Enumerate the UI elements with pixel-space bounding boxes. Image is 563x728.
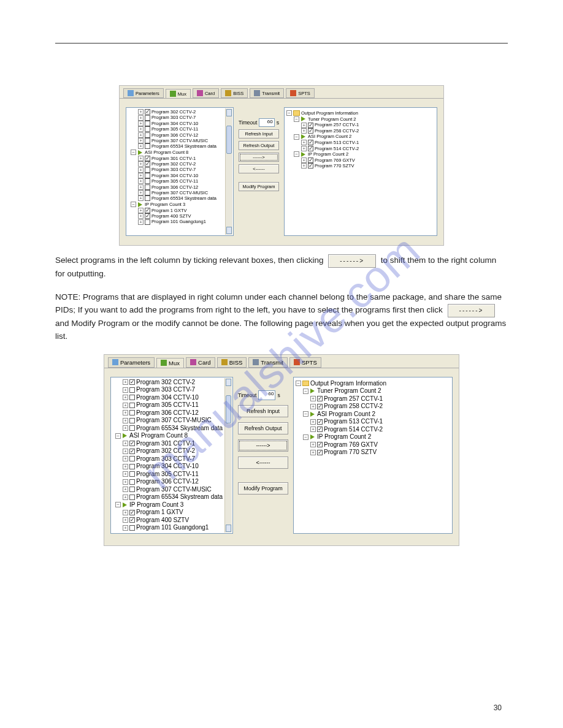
tree-node[interactable]: +Program 258 CCTV-2 xyxy=(296,403,450,411)
checkbox[interactable] xyxy=(129,418,135,423)
tree-node[interactable]: +Program 1 GXTV xyxy=(127,208,232,213)
expand-toggle-icon[interactable]: + xyxy=(138,184,144,190)
checkbox[interactable] xyxy=(145,190,150,195)
expand-toggle-icon[interactable]: + xyxy=(123,495,128,500)
tree-node[interactable]: +Program 306 CCTV-12 xyxy=(112,409,232,417)
tree-node[interactable]: +Program 303 CCTV-7 xyxy=(127,115,232,120)
checkbox[interactable] xyxy=(145,178,150,184)
checkbox[interactable] xyxy=(129,456,135,461)
checkbox[interactable] xyxy=(145,167,150,173)
move-right-button[interactable]: ------> xyxy=(238,439,288,452)
expand-toggle-icon[interactable]: + xyxy=(301,140,307,145)
tree-node[interactable]: −Output Program Information xyxy=(296,380,450,388)
tree-node[interactable]: +Program 305 CCTV-11 xyxy=(112,401,232,409)
expand-toggle-icon[interactable]: + xyxy=(310,404,316,409)
tree-node[interactable]: +Program 307 CCTV-MUSIC xyxy=(112,417,232,425)
refresh-input-button[interactable]: Refresh Input xyxy=(238,405,288,417)
scroll-thumb[interactable] xyxy=(226,395,231,423)
tree-node[interactable]: +Program 307 CCTV-MUSIC xyxy=(112,486,232,494)
checkbox[interactable] xyxy=(317,427,323,432)
expand-toggle-icon[interactable]: − xyxy=(303,411,308,417)
checkbox[interactable] xyxy=(129,464,135,469)
checkbox[interactable] xyxy=(129,395,135,400)
scroll-down-icon[interactable] xyxy=(226,525,231,532)
expand-toggle-icon[interactable]: + xyxy=(138,178,144,184)
tree-node[interactable]: +Program 304 CCTV-10 xyxy=(127,121,232,126)
expand-toggle-icon[interactable]: − xyxy=(294,116,299,122)
expand-toggle-icon[interactable]: + xyxy=(123,510,128,515)
expand-toggle-icon[interactable]: + xyxy=(123,403,128,408)
checkbox[interactable] xyxy=(129,410,135,415)
checkbox[interactable] xyxy=(308,163,313,169)
tree-node[interactable]: −IP Program Count 3 xyxy=(112,501,232,509)
checkbox[interactable] xyxy=(145,138,150,143)
scrollbar[interactable] xyxy=(225,108,232,235)
checkbox[interactable] xyxy=(317,396,323,401)
expand-toggle-icon[interactable]: − xyxy=(115,433,121,439)
expand-toggle-icon[interactable]: + xyxy=(138,138,144,143)
expand-toggle-icon[interactable]: + xyxy=(310,419,316,425)
checkbox[interactable] xyxy=(308,146,313,151)
refresh-output-button[interactable]: Refresh Output xyxy=(238,422,288,434)
expand-toggle-icon[interactable]: + xyxy=(138,219,144,225)
expand-toggle-icon[interactable]: + xyxy=(138,190,144,195)
expand-toggle-icon[interactable]: + xyxy=(123,410,128,415)
tree-node[interactable]: +Program 305 CCTV-11 xyxy=(127,178,232,184)
tree-node[interactable]: +Program 306 CCTV-12 xyxy=(127,132,232,138)
expand-toggle-icon[interactable]: − xyxy=(131,150,136,155)
tab-spts[interactable]: SPTS xyxy=(286,88,315,98)
input-tree[interactable]: +Program 302 CCTV-2+Program 303 CCTV-7+P… xyxy=(110,377,233,534)
move-left-button[interactable]: <------ xyxy=(239,164,279,173)
expand-toggle-icon[interactable]: + xyxy=(123,456,128,461)
expand-toggle-icon[interactable]: + xyxy=(123,441,128,446)
tab-parameters[interactable]: Parameters xyxy=(123,88,164,98)
tree-node[interactable]: −IP Program Count 2 xyxy=(296,433,450,441)
checkbox[interactable] xyxy=(129,449,135,454)
checkbox[interactable] xyxy=(129,387,135,393)
expand-toggle-icon[interactable]: + xyxy=(123,395,128,400)
tree-node[interactable]: +Program 514 CCTV-2 xyxy=(296,426,450,434)
tree-node[interactable]: +Program 101 Guangdong1 xyxy=(127,219,232,224)
expand-toggle-icon[interactable]: + xyxy=(123,479,128,485)
tree-node[interactable]: +Program 303 CCTV-7 xyxy=(112,386,232,394)
scroll-up-icon[interactable] xyxy=(226,109,232,116)
checkbox[interactable] xyxy=(145,121,150,126)
tree-node[interactable]: +Program 302 CCTV-2 xyxy=(127,109,232,115)
tree-node[interactable]: +Program 305 CCTV-11 xyxy=(112,471,232,479)
expand-toggle-icon[interactable]: + xyxy=(123,517,128,523)
tab-transmit[interactable]: Transmit xyxy=(250,88,284,98)
expand-toggle-icon[interactable]: − xyxy=(303,389,308,394)
checkbox[interactable] xyxy=(317,404,323,409)
expand-toggle-icon[interactable]: + xyxy=(138,109,144,115)
expand-toggle-icon[interactable]: + xyxy=(138,173,144,178)
tree-node[interactable]: −IP Program Count 3 xyxy=(127,202,232,208)
tab-mux[interactable]: Mux xyxy=(166,89,191,99)
expand-toggle-icon[interactable]: + xyxy=(310,442,316,447)
checkbox[interactable] xyxy=(317,450,323,455)
output-tree[interactable]: −Output Program Information−Tuner Progra… xyxy=(293,377,453,534)
expand-toggle-icon[interactable]: − xyxy=(303,434,308,440)
expand-toggle-icon[interactable]: + xyxy=(301,157,307,163)
tree-node[interactable]: −ASI Program Count 8 xyxy=(127,150,232,156)
checkbox[interactable] xyxy=(129,525,135,531)
tree-node[interactable]: +Program 258 CCTV-2 xyxy=(286,128,435,134)
tree-node[interactable]: +Program 513 CCTV-1 xyxy=(296,418,450,426)
expand-toggle-icon[interactable]: + xyxy=(138,156,144,161)
checkbox[interactable] xyxy=(145,184,150,190)
tab-mux[interactable]: Mux xyxy=(156,358,184,368)
move-right-button[interactable]: ------> xyxy=(239,153,279,162)
tree-node[interactable]: +Program 303 CCTV-7 xyxy=(112,455,232,463)
scroll-thumb[interactable] xyxy=(226,126,232,154)
tab-biss[interactable]: BISS xyxy=(221,88,248,98)
expand-toggle-icon[interactable]: + xyxy=(123,387,128,393)
checkbox[interactable] xyxy=(317,442,323,447)
checkbox[interactable] xyxy=(145,195,150,201)
checkbox[interactable] xyxy=(129,403,135,408)
expand-toggle-icon[interactable]: + xyxy=(123,449,128,454)
checkbox[interactable] xyxy=(145,173,150,178)
tree-node[interactable]: +Program 65534 Skystream data xyxy=(112,425,232,433)
expand-toggle-icon[interactable]: + xyxy=(138,213,144,219)
tree-node[interactable]: +Program 65534 Skystream data xyxy=(112,493,232,501)
expand-toggle-icon[interactable]: − xyxy=(296,381,301,386)
expand-toggle-icon[interactable]: + xyxy=(138,167,144,173)
